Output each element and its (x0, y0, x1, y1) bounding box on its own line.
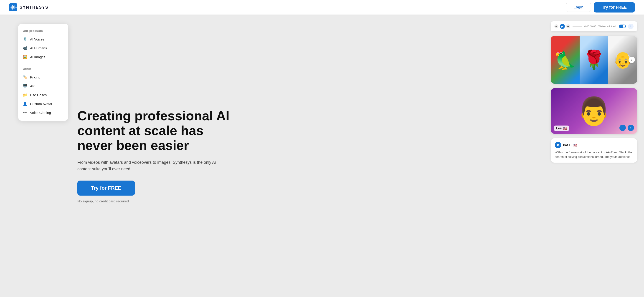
gallery-img-rose (580, 36, 608, 84)
pricing-label: Pricing (30, 75, 40, 79)
audio-controls: ⏮ ▶ ⏭ (554, 24, 570, 29)
main-content: Our products 🎙️ AI Voices 📹 AI Humans 🖼️… (0, 14, 644, 297)
comment-user: Pat L. (563, 143, 572, 147)
try-free-nav-button[interactable]: Try for FREE (594, 2, 635, 12)
ai-humans-label: AI Humans (30, 46, 47, 50)
sidebar-item-voice-cloning[interactable]: 〰️ Voice Cloning (18, 108, 68, 117)
ai-voices-label: AI Voices (30, 37, 44, 41)
image-icon: 🖼️ (23, 55, 27, 59)
sidebar-item-ai-voices[interactable]: 🎙️ AI Voices (18, 35, 68, 44)
dropdown-panel: Our products 🎙️ AI Voices 📹 AI Humans 🖼️… (18, 24, 68, 121)
hero-note: No signup, no credit card required (77, 199, 535, 203)
right-panel: ⏮ ▶ ⏭ 0:00 / 0:06 Watermark track ⬇ › 👨 (548, 14, 644, 297)
avatar-more-button[interactable]: ⋯ (620, 125, 626, 131)
comment-header: P Pat L. 🇺🇸 (555, 142, 633, 148)
sidebar-item-ai-humans[interactable]: 📹 AI Humans (18, 44, 68, 52)
gallery-card: › (551, 36, 637, 84)
ai-images-label: AI Images (30, 55, 46, 59)
tag-icon: 🏷️ (23, 75, 27, 79)
sidebar-item-custom-avatar[interactable]: 👤 Custom Avatar (18, 99, 68, 108)
next-button[interactable]: ⏭ (566, 24, 570, 28)
other-section-title: Other (18, 67, 68, 73)
other-section: Other 🏷️ Pricing 🖥️ API 📁 Use Cases 👤 Cu… (18, 66, 68, 117)
products-section-title: Our products (18, 29, 68, 35)
gallery-images (551, 36, 637, 84)
play-button[interactable]: ▶ (560, 24, 565, 29)
comment-avatar: P (555, 142, 561, 148)
avatar-actions: ⋯ ℹ (620, 125, 634, 131)
avatar-info-button[interactable]: ℹ (628, 125, 634, 131)
person-icon: 👤 (23, 102, 27, 106)
sidebar-item-api[interactable]: 🖥️ API (18, 82, 68, 90)
audio-time: 0:00 / 0:06 (584, 25, 596, 28)
comment-flag: 🇺🇸 (574, 143, 577, 147)
api-label: API (30, 84, 36, 88)
download-button[interactable]: ⬇ (628, 24, 634, 29)
logo: SYNTHESYS (9, 3, 48, 11)
monitor-icon: 🖥️ (23, 84, 27, 88)
hero-title: Creating professional AI content at scal… (77, 108, 237, 153)
audio-progress-bar[interactable] (572, 26, 582, 27)
panel-divider (23, 64, 64, 64)
navbar: SYNTHESYS Login Try for FREE (0, 0, 644, 14)
comment-card: P Pat L. 🇺🇸 Within the framework of the … (551, 138, 637, 163)
avatar-name: Lee (556, 126, 562, 130)
mic-icon: 🎙️ (23, 37, 27, 41)
nav-actions: Login Try for FREE (566, 2, 635, 12)
watermark-toggle[interactable] (619, 24, 626, 28)
video-icon: 📹 (23, 46, 27, 50)
comment-text: Within the framework of the concept of A… (555, 150, 633, 159)
custom-avatar-label: Custom Avatar (30, 102, 52, 106)
avatar-flag: 🇺🇸 (563, 126, 567, 130)
brand-name: SYNTHESYS (20, 5, 48, 10)
hero-description: From videos with avatars and voiceovers … (77, 159, 218, 172)
audio-player-bar: ⏮ ▶ ⏭ 0:00 / 0:06 Watermark track ⬇ (551, 21, 637, 31)
try-free-hero-button[interactable]: Try for FREE (77, 181, 135, 196)
sidebar-item-ai-images[interactable]: 🖼️ AI Images (18, 52, 68, 61)
gallery-next-button[interactable]: › (628, 57, 635, 63)
prev-button[interactable]: ⏮ (554, 24, 558, 28)
avatar-name-label: Lee 🇺🇸 (554, 126, 569, 131)
folder-icon: 📁 (23, 93, 27, 97)
hero-section: Creating professional AI content at scal… (0, 14, 548, 297)
waveform-icon: 〰️ (23, 110, 27, 115)
watermark-label: Watermark track (598, 25, 617, 28)
avatar-person-image: 👨 (577, 88, 611, 134)
use-cases-label: Use Cases (30, 93, 47, 97)
gallery-img-parrot (551, 36, 580, 84)
sidebar-item-use-cases[interactable]: 📁 Use Cases (18, 90, 68, 99)
login-button[interactable]: Login (566, 3, 591, 12)
sidebar-item-pricing[interactable]: 🏷️ Pricing (18, 73, 68, 82)
logo-icon (9, 3, 17, 11)
voice-cloning-label: Voice Cloning (30, 111, 51, 115)
avatar-card: 👨 Lee 🇺🇸 ⋯ ℹ (551, 88, 637, 134)
